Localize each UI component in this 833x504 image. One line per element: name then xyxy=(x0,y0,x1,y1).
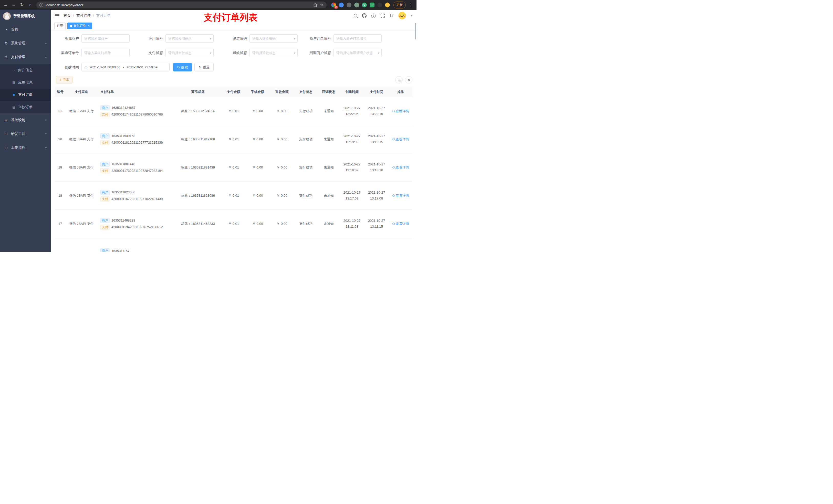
merchant-badge: 商户 xyxy=(100,190,110,195)
column-header-title: 商品标题 xyxy=(174,90,222,94)
notify-status-select[interactable] xyxy=(334,49,382,57)
column-header-refund: 退款金额 xyxy=(270,90,294,94)
sidebar-item-merchant-info[interactable]: ▭ 商户信息 xyxy=(0,64,51,76)
chevron-down-icon: ▾ xyxy=(45,42,47,45)
sidebar-item-refund-order[interactable]: ▤ 退款订单 xyxy=(0,101,51,113)
reset-button[interactable]: ↻ 重置 xyxy=(194,63,214,71)
channel-code-select[interactable] xyxy=(249,34,298,43)
breadcrumb-pay-manage[interactable]: 支付管理 xyxy=(76,13,91,18)
export-button[interactable]: ⇩ 导出 xyxy=(56,76,72,83)
breadcrumb-home[interactable]: 首页 xyxy=(64,13,71,18)
cell-create-time: 2021-10-27 13:19:09 xyxy=(340,134,364,145)
cell-channel: 微信 JSAPI 支付 xyxy=(66,165,97,170)
cell-notify: 未通知 xyxy=(318,165,340,170)
pay-badge: 支付 xyxy=(100,112,110,117)
url-text: localhost:1024/pay/order xyxy=(46,3,311,7)
grid-icon: ▦ xyxy=(12,81,16,84)
bookmark-star-icon[interactable]: ☆ xyxy=(320,3,324,7)
create-time-range-picker[interactable]: ◷ 2021-10-01 00:00:00 - 2021-10-31 23:59… xyxy=(81,63,170,71)
sidebar-item-workflow[interactable]: ⊟ 工作流程 ▾ xyxy=(0,141,51,155)
cell-pay-order: 商户 1635311468233 支付 42000011942021102767… xyxy=(97,216,174,231)
cell-fee: ￥ 0.00 xyxy=(245,137,270,142)
forward-button[interactable]: → xyxy=(11,3,17,7)
update-button[interactable]: 更新 xyxy=(394,2,406,8)
table-row: 17 微信 JSAPI 支付 商户 1635311468233 支付 42000… xyxy=(55,210,412,238)
site-info-icon[interactable]: i xyxy=(40,3,43,7)
chat-extension-icon[interactable]: ⋯ xyxy=(370,3,375,7)
gray-extension-icon[interactable] xyxy=(347,3,352,7)
sidebar-item-infrastructure[interactable]: ⊞ 基础设施 ▾ xyxy=(0,113,51,127)
refresh-button[interactable]: ↻ xyxy=(405,76,412,83)
sidebar-item-devtools[interactable]: ⊡ 研发工具 ▾ xyxy=(0,127,51,141)
cell-refund: ￥ 0.00 xyxy=(270,165,294,170)
blue-extension-icon[interactable] xyxy=(339,3,344,7)
cell-create-time: 2021-10-27 13:22:05 xyxy=(340,105,364,117)
cell-channel: 微信 JSAPI 支付 xyxy=(66,193,97,198)
scrollbar-thumb[interactable] xyxy=(415,23,416,40)
cell-pay-time: 2021-10-27 13:22:15 xyxy=(364,105,389,117)
briefcase-icon: ⊟ xyxy=(4,146,8,150)
cell-amount: ￥ 0.01 xyxy=(222,109,245,114)
browser-window: ← → ↻ ⌂ i localhost:1024/pay/order ☆ 10 … xyxy=(0,0,416,252)
address-bar[interactable]: i localhost:1024/pay/order ☆ xyxy=(37,2,327,8)
fullscreen-icon[interactable] xyxy=(381,14,385,18)
view-detail-link[interactable]: 查看详情 xyxy=(392,165,409,170)
sidebar-item-payment[interactable]: ¥ 支付管理 ▴ xyxy=(0,50,51,64)
merchant-order-no-input[interactable] xyxy=(334,34,382,43)
caret-down-icon[interactable]: ▾ xyxy=(411,14,412,18)
menu-label: 应用信息 xyxy=(18,80,32,85)
cell-status: 支付成功 xyxy=(294,137,318,142)
green-extension-icon[interactable] xyxy=(354,3,359,7)
view-detail-link[interactable]: 查看详情 xyxy=(392,221,409,226)
app-no-select[interactable] xyxy=(165,34,214,43)
merchant-badge: 商户 xyxy=(100,248,110,252)
reload-button[interactable]: ↻ xyxy=(19,3,25,7)
channel-order-no: 4200001174202110278060590766 xyxy=(112,113,163,116)
cell-fee: ￥ 0.00 xyxy=(245,165,270,170)
tab-pay-order[interactable]: 支付订单 × xyxy=(67,23,92,29)
logo-image xyxy=(3,12,11,20)
search-icon[interactable] xyxy=(354,14,357,18)
view-detail-link[interactable]: 查看详情 xyxy=(392,109,409,114)
refund-status-select[interactable] xyxy=(249,49,298,57)
home-button[interactable]: ⌂ xyxy=(27,3,33,7)
sidebar-item-app-info[interactable]: ▦ 应用信息 xyxy=(0,76,51,89)
user-avatar[interactable] xyxy=(398,12,406,20)
magnifier-icon xyxy=(392,222,395,225)
font-size-icon[interactable]: TT xyxy=(389,13,394,18)
share-icon[interactable] xyxy=(313,3,317,7)
sidebar-item-home[interactable]: ◔ 首页 xyxy=(0,23,51,37)
question-icon[interactable]: ? xyxy=(372,14,376,18)
merchant-badge: 商户 xyxy=(100,105,110,111)
page-content: 所属商户 应用编号 ▾ 渠道编码 ▾ 商户订单编号 xyxy=(51,30,416,252)
monitor-icon: ⊞ xyxy=(4,118,8,122)
merchant-order-no: 1635311468233 xyxy=(112,218,135,222)
search-button[interactable]: 搜索 xyxy=(173,63,192,71)
view-detail-link[interactable]: 查看详情 xyxy=(392,137,409,142)
vue-devtools-icon[interactable]: V xyxy=(362,3,367,7)
view-detail-label: 查看详情 xyxy=(396,193,409,198)
tab-home[interactable]: 首页 xyxy=(54,23,66,29)
toggle-search-button[interactable] xyxy=(395,76,403,83)
merchant-filter-input[interactable] xyxy=(81,34,129,43)
view-detail-link[interactable]: 查看详情 xyxy=(392,193,409,198)
back-button[interactable]: ← xyxy=(3,3,9,7)
channel-order-no-input[interactable] xyxy=(81,49,129,57)
filter-label-app-no: 应用编号 xyxy=(139,37,165,41)
cell-fee: ￥ 0.00 xyxy=(245,193,270,198)
sidebar-item-pay-order[interactable]: ◉ 支付订单 xyxy=(0,89,51,101)
smiley-extension-icon[interactable] xyxy=(385,3,390,7)
merchant-card-icon: ▭ xyxy=(12,68,16,72)
pay-status-select[interactable] xyxy=(165,49,214,57)
chevron-down-icon: ▾ xyxy=(45,146,47,149)
pin-extension-icon[interactable] xyxy=(377,3,382,7)
close-icon[interactable]: × xyxy=(88,24,90,28)
sidebar-item-system[interactable]: ⚙ 系统管理 ▾ xyxy=(0,37,51,50)
column-header-fee: 手续金额 xyxy=(245,90,270,94)
github-icon[interactable] xyxy=(362,13,366,18)
colorful-extension-icon[interactable]: 10 xyxy=(331,3,336,7)
sidebar-toggle-icon[interactable] xyxy=(55,13,60,18)
browser-menu-icon[interactable]: ⋮ xyxy=(408,3,414,7)
filter-label-create-time: 创建时间 xyxy=(55,65,81,70)
menu-label: 研发工具 xyxy=(11,131,25,136)
